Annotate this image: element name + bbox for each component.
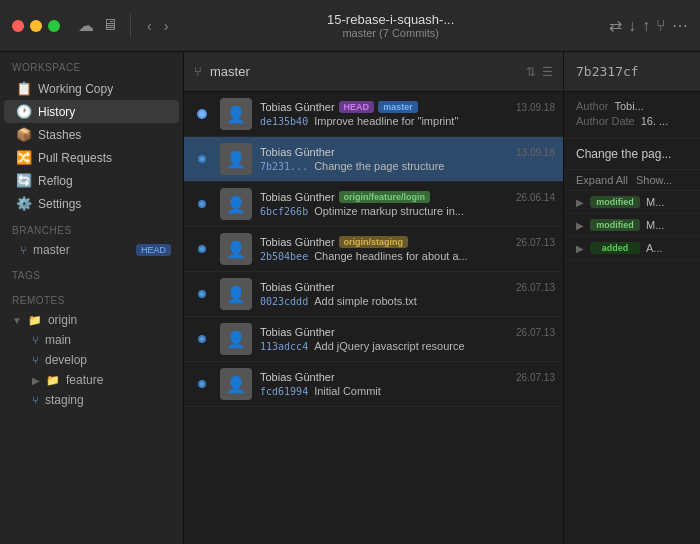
remotes-section-label: Remotes bbox=[0, 285, 183, 310]
avatar: 👤 bbox=[220, 98, 252, 130]
branches-section-label: Branches bbox=[0, 215, 183, 240]
back-button[interactable]: ‹ bbox=[143, 16, 156, 36]
avatar: 👤 bbox=[220, 368, 252, 400]
commit-message: Change the page structure bbox=[314, 160, 444, 172]
file-chevron-icon: ▶ bbox=[576, 197, 584, 208]
sidebar-item-history-label: History bbox=[38, 105, 75, 119]
commit-dot bbox=[198, 200, 206, 208]
commit-panel-header-icons: ⇅ ☰ bbox=[526, 65, 553, 79]
commit-date: 26.07.13 bbox=[516, 282, 555, 293]
main-label: main bbox=[45, 333, 71, 347]
working-copy-icon: 📋 bbox=[16, 81, 32, 96]
file-chevron-icon: ▶ bbox=[576, 220, 584, 231]
cloud-icon[interactable]: ☁ bbox=[78, 16, 94, 35]
sort-icon[interactable]: ⇅ bbox=[526, 65, 536, 79]
commit-hash: fcd61994 bbox=[260, 386, 308, 397]
commit-row[interactable]: 👤 Tobias Günther 13.09.18 7b231... Chang… bbox=[184, 137, 563, 182]
branch-master-label: master bbox=[33, 243, 70, 257]
close-button[interactable] bbox=[12, 20, 24, 32]
fetch-icon[interactable]: ⇄ bbox=[609, 16, 622, 35]
commit-hash: 6bcf266b bbox=[260, 206, 308, 217]
commit-row[interactable]: 👤 Tobias Günther origin/staging 26.07.13… bbox=[184, 227, 563, 272]
sidebar-remote-origin-feature[interactable]: ▶ 📁 feature bbox=[0, 370, 183, 390]
sidebar-item-working-copy[interactable]: 📋 Working Copy bbox=[4, 77, 179, 100]
commit-message: Improve headline for "imprint" bbox=[314, 115, 458, 127]
file-status-badge: modified bbox=[590, 219, 640, 231]
branch-icon[interactable]: ⑂ bbox=[656, 17, 666, 35]
master-tag: master bbox=[378, 101, 418, 113]
sidebar-remote-origin[interactable]: ▼ 📁 origin bbox=[0, 310, 183, 330]
sidebar-remote-origin-develop[interactable]: ⑂ develop bbox=[0, 350, 183, 370]
commit-panel-header: ⑂ master ⇅ ☰ bbox=[184, 52, 563, 92]
server-icon[interactable]: 🖥 bbox=[102, 16, 118, 35]
commit-author: Tobias Günther bbox=[260, 101, 335, 113]
commit-row[interactable]: 👤 Tobias Günther HEAD master 13.09.18 de… bbox=[184, 92, 563, 137]
sidebar-remote-origin-main[interactable]: ⑂ main bbox=[0, 330, 183, 350]
commit-row[interactable]: 👤 Tobias Günther origin/feature/login 26… bbox=[184, 182, 563, 227]
commit-dot bbox=[197, 109, 207, 119]
main-branch-icon: ⑂ bbox=[32, 334, 39, 346]
settings-icon: ⚙️ bbox=[16, 196, 32, 211]
file-row[interactable]: ▶ modified M... bbox=[564, 191, 700, 214]
sidebar-item-reflog[interactable]: 🔄 Reflog bbox=[4, 169, 179, 192]
commit-date: 26.06.14 bbox=[516, 192, 555, 203]
commit-message: Add jQuery javascript resource bbox=[314, 340, 464, 352]
detail-panel: 7b2317cf Author Tobi... Author Date 16. … bbox=[564, 52, 700, 544]
commit-bottom: de135b40 Improve headline for "imprint" bbox=[260, 115, 555, 127]
file-row[interactable]: ▶ added A... bbox=[564, 237, 700, 260]
file-status-badge: modified bbox=[590, 196, 640, 208]
show-button[interactable]: Show... bbox=[636, 174, 672, 186]
push-icon[interactable]: ↑ bbox=[642, 17, 650, 35]
commit-author: Tobias Günther bbox=[260, 236, 335, 248]
expand-all-button[interactable]: Expand All bbox=[576, 174, 628, 186]
commit-dot bbox=[198, 380, 206, 388]
sidebar-item-stashes[interactable]: 📦 Stashes bbox=[4, 123, 179, 146]
sidebar-item-master[interactable]: ⑂ master HEAD bbox=[0, 240, 183, 260]
commit-hash: 7b231... bbox=[260, 161, 308, 172]
sidebar-item-settings-label: Settings bbox=[38, 197, 81, 211]
avatar: 👤 bbox=[220, 233, 252, 265]
titlebar: ☁ 🖥 ‹ › 15-rebase-i-squash-... master (7… bbox=[0, 0, 700, 52]
view-toggle-icon[interactable]: ☰ bbox=[542, 65, 553, 79]
minimize-button[interactable] bbox=[30, 20, 42, 32]
commit-row[interactable]: 👤 Tobias Günther 26.07.13 0023cddd Add s… bbox=[184, 272, 563, 317]
commit-date: 13.09.18 bbox=[516, 147, 555, 158]
commit-date: 13.09.18 bbox=[516, 102, 555, 113]
avatar: 👤 bbox=[220, 143, 252, 175]
maximize-button[interactable] bbox=[48, 20, 60, 32]
commit-message: Change headlines for about a... bbox=[314, 250, 468, 262]
sidebar-item-pull-requests[interactable]: 🔀 Pull Requests bbox=[4, 146, 179, 169]
sidebar-item-history[interactable]: 🕐 History bbox=[4, 100, 179, 123]
avatar: 👤 bbox=[220, 323, 252, 355]
sidebar-remote-origin-staging[interactable]: ⑂ staging bbox=[0, 390, 183, 410]
detail-commit-hash: 7b2317cf bbox=[576, 64, 639, 79]
graph-node bbox=[192, 245, 212, 253]
forward-button[interactable]: › bbox=[160, 16, 173, 36]
detail-header: 7b2317cf bbox=[564, 52, 700, 92]
develop-branch-icon: ⑂ bbox=[32, 354, 39, 366]
file-row[interactable]: ▶ modified M... bbox=[564, 214, 700, 237]
current-branch-label: master bbox=[210, 64, 518, 79]
commit-row[interactable]: 👤 Tobias Günther 26.07.13 fcd61994 Initi… bbox=[184, 362, 563, 407]
pull-icon[interactable]: ↓ bbox=[628, 17, 636, 35]
commit-row[interactable]: 👤 Tobias Günther 26.07.13 113adcc4 Add j… bbox=[184, 317, 563, 362]
commit-dot bbox=[198, 290, 206, 298]
stash-icon[interactable]: ⋯ bbox=[672, 16, 688, 35]
commit-author: Tobias Günther bbox=[260, 191, 335, 203]
sidebar-item-settings[interactable]: ⚙️ Settings bbox=[4, 192, 179, 215]
sidebar-toggle-icons: ☁ 🖥 bbox=[78, 16, 118, 35]
staging-label: staging bbox=[45, 393, 84, 407]
author-value: Tobi... bbox=[614, 100, 643, 112]
commit-info: Tobias Günther HEAD master 13.09.18 de13… bbox=[260, 101, 555, 127]
commit-date: 26.07.13 bbox=[516, 327, 555, 338]
author-date-row: Author Date 16. ... bbox=[576, 115, 688, 127]
author-date-label: Author Date bbox=[576, 115, 635, 127]
commit-info: Tobias Günther origin/feature/login 26.0… bbox=[260, 191, 555, 217]
commit-author: Tobias Günther bbox=[260, 281, 335, 293]
detail-actions: Expand All Show... bbox=[564, 170, 700, 191]
feature-folder-icon: 📁 bbox=[46, 374, 60, 387]
branch-icon-header: ⑂ bbox=[194, 64, 202, 79]
commit-bottom: 7b231... Change the page structure bbox=[260, 160, 555, 172]
graph-node bbox=[192, 109, 212, 119]
titlebar-actions: ⇄ ↓ ↑ ⑂ ⋯ bbox=[609, 16, 688, 35]
